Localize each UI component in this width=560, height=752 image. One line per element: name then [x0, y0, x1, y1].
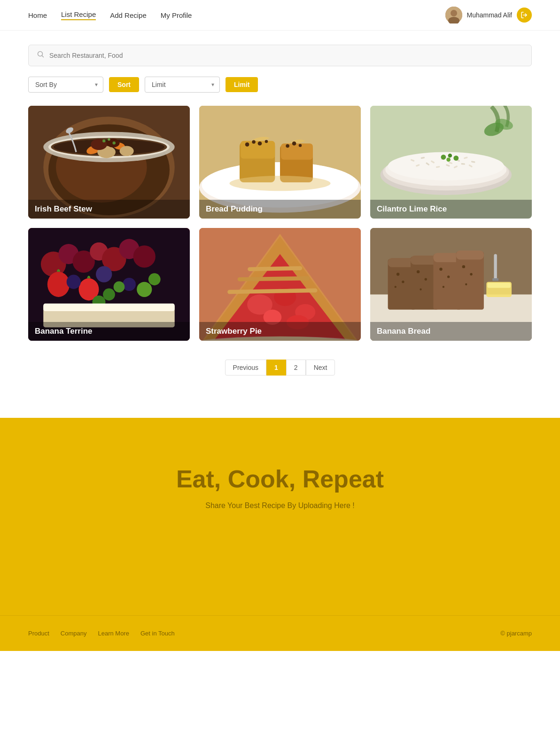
svg-point-43	[388, 152, 504, 180]
nav-add-recipe[interactable]: Add Recipe	[110, 11, 147, 19]
navbar: Home List Recipe Add Recipe My Profile M…	[0, 0, 560, 31]
svg-point-107	[425, 278, 427, 281]
svg-point-60	[448, 154, 452, 158]
svg-point-61	[453, 156, 459, 161]
recipe-grid: Irish Beef Stew	[28, 106, 532, 341]
svg-point-74	[96, 266, 112, 282]
nav-my-profile[interactable]: My Profile	[161, 11, 192, 19]
search-input[interactable]	[49, 52, 523, 59]
sort-button[interactable]: Sort	[109, 77, 139, 92]
nav-list-recipe[interactable]: List Recipe	[61, 10, 96, 20]
recipe-title-strawberry-pie: Strawberry Pie	[199, 322, 361, 341]
svg-point-36	[230, 176, 331, 191]
recipe-title-bread-pudding: Bread Pudding	[199, 200, 361, 219]
svg-rect-82	[43, 304, 175, 311]
svg-point-19	[102, 140, 105, 142]
svg-point-111	[443, 286, 444, 288]
footer-copyright: © pjarcamp	[500, 630, 532, 637]
footer: Product Company Learn More Get in Touch …	[0, 615, 560, 651]
svg-rect-101	[456, 251, 484, 310]
svg-point-62	[446, 157, 451, 162]
pagination-page-2[interactable]: 2	[286, 360, 306, 376]
pagination-page-1[interactable]: 1	[266, 360, 286, 376]
sort-by-wrapper: Sort By	[28, 77, 103, 93]
recipe-card-cilantro-lime-rice[interactable]: Cilantro Lime Rice	[370, 106, 532, 219]
svg-point-35	[299, 144, 302, 147]
svg-point-76	[103, 289, 115, 301]
logout-button[interactable]	[517, 8, 532, 23]
footer-hero-title: Eat, Cook, Repeat	[28, 465, 532, 493]
svg-point-108	[420, 289, 421, 290]
recipe-title-banana-bread: Banana Bread	[370, 322, 532, 341]
footer-links: Product Company Learn More Get in Touch	[28, 630, 175, 637]
svg-point-32	[265, 140, 268, 143]
footer-link-learn-more[interactable]: Learn More	[98, 630, 129, 637]
pagination-next[interactable]: Next	[306, 360, 335, 376]
svg-point-31	[258, 141, 262, 146]
svg-point-71	[47, 272, 70, 297]
limit-button[interactable]: Limit	[226, 77, 258, 92]
svg-point-109	[439, 268, 442, 271]
svg-point-34	[292, 141, 296, 146]
avatar	[445, 7, 462, 24]
svg-point-110	[447, 275, 450, 278]
svg-rect-28	[281, 143, 313, 159]
footer-hero: Eat, Cook, Repeat Share Your Best Recipe…	[0, 418, 560, 615]
svg-point-104	[402, 281, 404, 283]
svg-point-15	[120, 146, 134, 157]
svg-point-77	[114, 282, 125, 293]
recipe-card-strawberry-pie[interactable]: Strawberry Pie	[199, 228, 361, 341]
svg-point-79	[137, 282, 152, 297]
svg-rect-118	[492, 278, 498, 281]
svg-rect-117	[494, 254, 497, 280]
svg-point-20	[113, 141, 116, 144]
recipe-card-banana-bread[interactable]: Banana Bread	[370, 228, 532, 341]
footer-hero-subtitle: Share Your Best Recipe By Uploading Here…	[28, 501, 532, 510]
nav-home[interactable]: Home	[28, 11, 47, 19]
nav-user-area: Muhammad Alif	[445, 7, 532, 24]
svg-point-70	[133, 245, 156, 267]
filter-row: Sort By Sort Limit Limit	[28, 77, 532, 93]
search-icon	[37, 51, 45, 60]
sort-by-select[interactable]: Sort By	[28, 77, 103, 93]
limit-wrapper: Limit	[145, 77, 220, 93]
svg-point-1	[451, 10, 457, 16]
recipe-title-banana-terrine: Banana Terrine	[28, 322, 190, 341]
svg-point-106	[417, 270, 420, 273]
footer-link-company[interactable]: Company	[61, 630, 87, 637]
svg-point-75	[123, 278, 136, 291]
svg-point-30	[252, 140, 256, 144]
svg-point-21	[108, 138, 110, 141]
svg-point-113	[470, 273, 472, 275]
svg-point-33	[286, 144, 289, 148]
svg-point-103	[397, 273, 399, 275]
recipe-title-cilantro-lime-rice: Cilantro Lime Rice	[370, 200, 532, 219]
svg-point-80	[148, 273, 161, 285]
footer-link-get-in-touch[interactable]: Get in Touch	[140, 630, 175, 637]
recipe-title-irish-beef-stew: Irish Beef Stew	[28, 200, 190, 219]
svg-point-73	[67, 275, 81, 289]
recipe-card-irish-beef-stew[interactable]: Irish Beef Stew	[28, 106, 190, 219]
svg-point-114	[465, 283, 467, 285]
search-bar	[28, 45, 532, 66]
footer-link-product[interactable]: Product	[28, 630, 49, 637]
pagination-previous[interactable]: Previous	[225, 360, 266, 376]
username-label: Muhammad Alif	[467, 11, 512, 19]
svg-point-29	[245, 142, 249, 147]
pagination: Previous 1 2 Next	[28, 360, 532, 376]
svg-point-112	[462, 265, 465, 268]
svg-point-59	[441, 155, 446, 160]
recipe-card-banana-terrine[interactable]: Banana Terrine	[28, 228, 190, 341]
svg-rect-102	[456, 251, 484, 259]
nav-links: Home List Recipe Add Recipe My Profile	[28, 10, 192, 20]
limit-select[interactable]: Limit	[145, 77, 220, 93]
svg-point-105	[395, 286, 397, 288]
recipe-card-bread-pudding[interactable]: Bread Pudding	[199, 106, 361, 219]
svg-rect-116	[487, 283, 510, 288]
main-content: Sort By Sort Limit Limit	[0, 31, 560, 418]
